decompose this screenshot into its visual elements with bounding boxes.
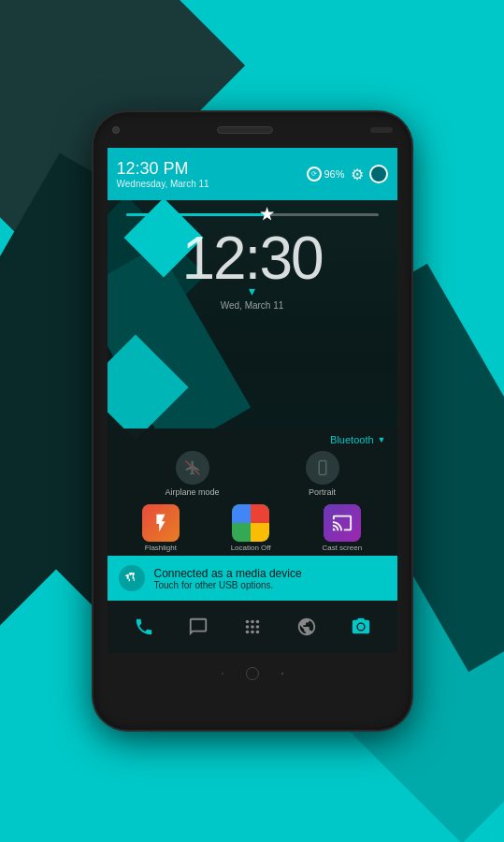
battery-circle-icon: ⟳ [307, 167, 322, 181]
cast-screen-icon [324, 504, 361, 542]
app-shortcuts-row: Flashlight [108, 501, 397, 556]
usb-notification-subtitle: Touch for other USB options. [154, 580, 302, 590]
app-dock [108, 601, 397, 653]
svg-point-8 [245, 631, 249, 634]
svg-point-2 [245, 620, 249, 624]
clock-display: 12:30 [181, 228, 322, 288]
nav-back-button[interactable] [222, 673, 223, 675]
front-camera [112, 126, 120, 134]
usb-notification-title: Connected as a media device [154, 567, 302, 580]
airplane-mode-toggle[interactable]: Airplane mode [165, 451, 219, 497]
svg-point-10 [255, 631, 259, 634]
status-date: Wednesday, March 11 [117, 179, 209, 189]
settings-gear-icon[interactable]: ⚙ [351, 166, 364, 183]
usb-notification-text: Connected as a media device Touch for ot… [154, 567, 302, 590]
portrait-toggle[interactable]: Portrait [306, 451, 339, 497]
airplane-mode-label: Airplane mode [165, 487, 219, 497]
phone-screen: 12:30 PM Wednesday, March 11 ⟳ 96% ⚙ [108, 148, 397, 653]
dock-messages-icon[interactable] [181, 610, 215, 644]
brightness-slider[interactable] [126, 213, 379, 216]
dock-apps-icon[interactable] [236, 610, 269, 644]
location-shortcut[interactable]: Location Off [231, 504, 271, 552]
airplane-icon [176, 451, 209, 485]
portrait-icon [306, 451, 339, 485]
cast-shortcut[interactable]: Cast screen [322, 504, 362, 552]
clock-date: Wed, March 11 [221, 300, 284, 311]
svg-point-9 [251, 631, 254, 634]
svg-point-3 [251, 620, 254, 624]
phone-nav-bar [94, 653, 411, 694]
svg-point-7 [255, 625, 259, 629]
dock-phone-icon[interactable] [127, 610, 161, 644]
battery-percent: 96% [324, 168, 344, 180]
battery-indicator: ⟳ 96% [307, 167, 344, 181]
profile-avatar[interactable] [369, 165, 388, 183]
svg-point-5 [245, 625, 249, 629]
svg-point-11 [357, 624, 363, 630]
svg-rect-1 [319, 461, 326, 475]
earpiece [217, 126, 273, 134]
dock-browser-icon[interactable] [290, 610, 324, 644]
location-label: Location Off [231, 544, 271, 552]
brightness-fill [126, 213, 266, 216]
flashlight-label: Flashlight [145, 544, 177, 552]
nav-home-button[interactable] [246, 667, 259, 680]
sensor [370, 127, 393, 133]
phone-top-bar [94, 112, 411, 148]
wallpaper: 12:30 ▾ Wed, March 11 Bluetooth ▼ [108, 200, 397, 601]
nav-recent-button[interactable] [281, 673, 283, 675]
flashlight-shortcut[interactable]: Flashlight [142, 504, 180, 552]
cast-screen-label: Cast screen [322, 544, 362, 552]
svg-point-6 [251, 625, 254, 629]
phone-frame: 12:30 PM Wednesday, March 11 ⟳ 96% ⚙ [94, 112, 411, 730]
portrait-label: Portrait [309, 487, 336, 497]
bluetooth-row: Bluetooth ▼ [108, 428, 397, 447]
quick-toggle-row: Airplane mode Portrait [108, 447, 397, 501]
dock-camera-icon[interactable] [344, 610, 378, 644]
bluetooth-label: Bluetooth [330, 434, 373, 445]
clock-widget: 12:30 ▾ Wed, March 11 [108, 228, 397, 311]
flashlight-icon [142, 504, 180, 542]
bluetooth-dropdown-icon[interactable]: ▼ [378, 435, 386, 444]
svg-point-4 [255, 620, 259, 624]
usb-notification[interactable]: Connected as a media device Touch for ot… [108, 556, 397, 601]
status-bar: 12:30 PM Wednesday, March 11 ⟳ 96% ⚙ [108, 148, 397, 200]
wifi-signal-icon: ▾ [249, 283, 255, 298]
status-time: 12:30 PM [117, 159, 209, 179]
status-right-icons: ⟳ 96% ⚙ [307, 165, 387, 183]
location-icon [232, 504, 269, 542]
usb-icon [119, 565, 145, 591]
status-time-area: 12:30 PM Wednesday, March 11 [117, 159, 209, 189]
quick-settings-panel: Bluetooth ▼ Airplane mode [108, 428, 397, 601]
